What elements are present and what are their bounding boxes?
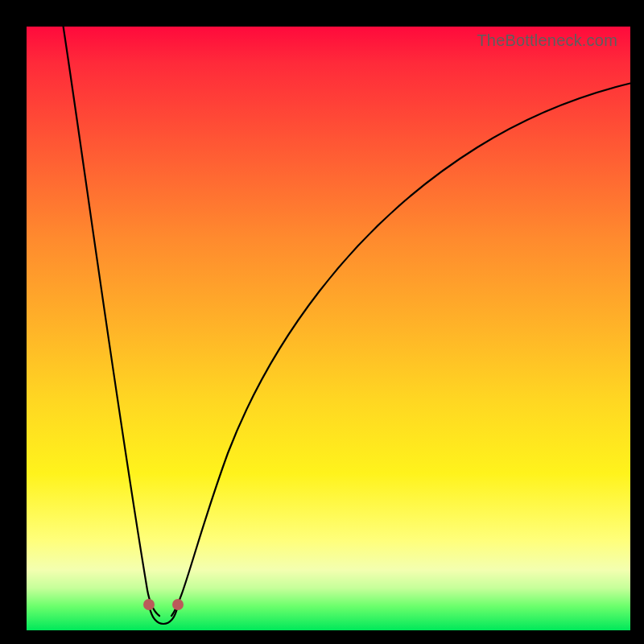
curve-left-branch [63,23,159,616]
chart-frame: TheBottleneck.com [0,0,644,644]
curve-right-branch [171,83,632,616]
curve-min-dot-right [172,599,184,610]
curve-min-dot-left [143,599,155,610]
chart-plot-area: TheBottleneck.com [27,27,630,630]
bottleneck-curve [27,27,630,630]
